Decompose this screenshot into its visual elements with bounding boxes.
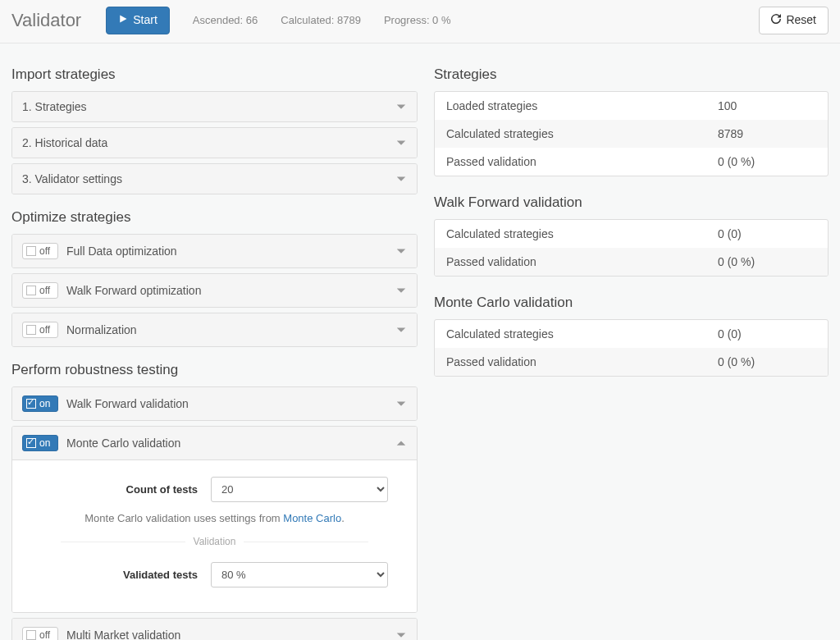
chevron-down-icon [395,137,407,149]
count-tests-label: Count of tests [22,483,211,496]
mc-note: Monte Carlo validation uses settings fro… [22,512,407,524]
validated-tests-select[interactable]: 80 % [211,562,388,587]
play-icon [118,12,128,29]
chevron-down-icon [395,324,407,336]
accordion-normalization[interactable]: off Normalization [12,313,417,346]
accordion-multi-market[interactable]: off Multi Market validation [12,619,417,640]
wf-stats-heading: Walk Forward validation [434,194,829,211]
table-row: Passed validation0 (0 %) [435,148,828,176]
toggle-wf-validation[interactable]: on [22,395,58,412]
table-row: Loaded strategies100 [435,92,828,120]
reset-button-label: Reset [786,12,816,29]
table-row: Calculated strategies0 (0) [435,320,828,348]
optimize-heading: Optimize strategies [11,209,418,226]
accordion-wf-opt[interactable]: off Walk Forward optimization [12,274,417,307]
start-button[interactable]: Start [106,7,170,34]
toggle-normalization[interactable]: off [22,322,58,338]
validated-tests-label: Validated tests [22,569,211,581]
chevron-down-icon [395,101,407,112]
refresh-icon [771,12,781,29]
table-row: Passed validation0 (0 %) [435,348,828,376]
toggle-multi-market[interactable]: off [22,627,58,640]
table-row: Calculated strategies8789 [435,120,828,148]
page-title: Validator [11,10,81,31]
reset-button[interactable]: Reset [759,7,829,34]
robust-heading: Perform robustness testing [11,362,418,378]
accordion-mc-validation[interactable]: on Monte Carlo validation [12,427,417,459]
chevron-down-icon [395,173,407,185]
monte-carlo-link[interactable]: Monte Carlo [283,512,341,524]
toggle-wf-opt[interactable]: off [22,282,58,299]
count-tests-select[interactable]: 20 [211,477,388,502]
start-button-label: Start [133,12,158,29]
chevron-down-icon [395,398,407,409]
chevron-up-icon [395,437,407,449]
strategies-stats-heading: Strategies [434,66,829,83]
chevron-down-icon [395,245,407,257]
stat-calculated: Calculated: 8789 [281,14,361,26]
chevron-down-icon [395,285,407,296]
accordion-historical-data[interactable]: 2. Historical data [12,128,417,158]
chevron-down-icon [395,629,407,640]
validation-divider: Validation [22,536,407,547]
accordion-wf-validation[interactable]: on Walk Forward validation [12,387,417,420]
toggle-full-data-opt[interactable]: off [22,243,58,259]
strategies-stats-table: Loaded strategies100 Calculated strategi… [434,91,829,176]
topbar: Validator Start Ascended: 66 Calculated:… [0,0,840,43]
table-row: Passed validation0 (0 %) [435,248,828,276]
accordion-validator-settings[interactable]: 3. Validator settings [12,164,417,194]
table-row: Calculated strategies0 (0) [435,220,828,248]
import-heading: Import strategies [11,66,418,83]
stat-progress: Progress: 0 % [384,14,451,26]
mc-validation-body: Count of tests 20 Monte Carlo validation… [12,459,417,612]
mc-stats-table: Calculated strategies0 (0) Passed valida… [434,319,829,377]
mc-stats-heading: Monte Carlo validation [434,295,829,311]
stat-ascended: Ascended: 66 [193,14,258,26]
accordion-strategies[interactable]: 1. Strategies [12,92,417,121]
toggle-mc-validation[interactable]: on [22,435,58,451]
wf-stats-table: Calculated strategies0 (0) Passed valida… [434,219,829,277]
accordion-full-data-opt[interactable]: off Full Data optimization [12,235,417,267]
